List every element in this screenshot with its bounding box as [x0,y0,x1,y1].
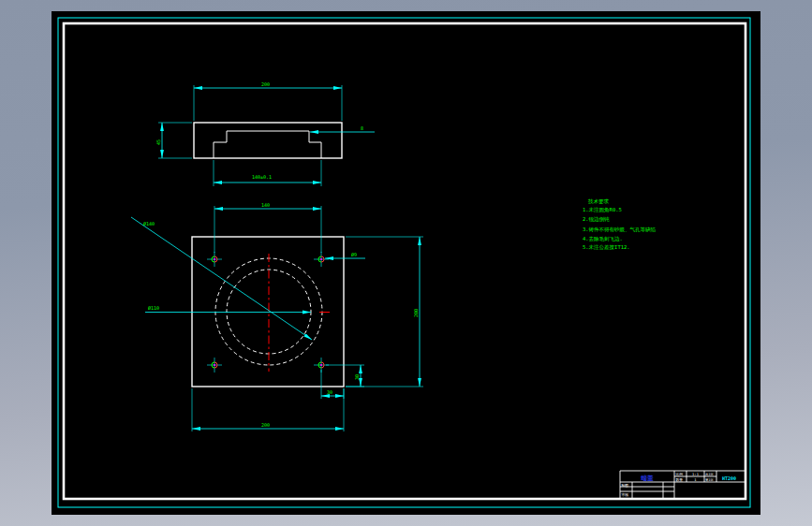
material-value: HT200 [722,475,736,481]
dim-label-inner-dia: Ø110 [148,305,159,311]
dim-label-section-step: 8 [361,125,363,131]
title-block: 端盖 比例 数量 1:1 1 共1张 第1张 HT200 制图 审核 [620,471,746,499]
bolt-hole-bottom-left [207,358,222,373]
drawing-sheet: 200 45 140±0.1 8 [52,11,760,515]
cad-canvas[interactable]: 200 45 140±0.1 8 [52,11,760,515]
section-outline [194,123,342,158]
qty-label: 数量 [676,477,684,482]
part-name: 端盖 [641,475,655,482]
desktop-background: { "colors": { "canvas": "#000000", "fram… [0,0,812,526]
dim-label-hole-spacing: 140 [261,202,270,208]
notes-title: 技术要求 [588,198,610,205]
note-line-5: 5.未注公差按IT12. [583,244,630,250]
qty-value: 1 [694,477,697,482]
leader-plan-bolt-circle: Ø140 [131,217,312,340]
note-line-1: 1.未注圆角R0.5 [583,207,622,213]
scale-value: 1:1 [692,472,700,476]
dim-label-section-left: 45 [155,139,161,145]
dimension-plan-right-height: 200 [346,237,423,387]
bolt-hole-top-left [207,252,222,267]
leader-plan-inner-diameter: Ø110 [145,305,311,313]
dim-label-bolt-circle: Ø140 [143,221,155,226]
drawn-by-label: 制图 [622,483,629,488]
sheet-number: 第1张 [705,478,714,482]
sheets-total: 共1张 [705,473,714,476]
sheet-accent-frame [58,18,750,507]
plan-view: Ø110 Ø140 [131,202,423,431]
leader-plan-hole-diameter: Ø9 [325,252,365,258]
bolt-hole-top-right [314,252,329,267]
sheet-border-frame [64,23,746,499]
note-line-2: 2.锐边倒钝 [583,216,610,223]
scale-label: 比例 [676,472,684,476]
dimension-plan-offset-vertical: 30 [326,365,364,387]
dim-label-right-height: 200 [413,309,419,317]
technical-notes: 技术要求 1.未注圆角R0.5 2.锐边倒钝 3.铸件不得有砂眼、气孔等缺陷 4… [583,198,656,250]
dimension-section-top-width: 200 [194,81,342,121]
note-line-3: 3.铸件不得有砂眼、气孔等缺陷 [583,226,656,233]
dim-label-offset-vertical: 30 [354,374,360,380]
checked-by-label: 审核 [622,492,629,497]
note-line-4: 4.去除毛刺飞边. [583,236,623,242]
dim-label-section-top: 200 [261,81,270,87]
dim-label-hole-dia: Ø9 [351,252,357,257]
dim-label-offset-horizontal: 30 [327,389,332,395]
dimension-plan-hole-spacing: 140 [214,202,321,253]
dimension-section-bottom-width: 140±0.1 [214,160,321,186]
dim-label-section-bottom: 140±0.1 [252,174,272,180]
section-view: 200 45 140±0.1 8 [155,81,375,186]
dimension-plan-offset-horizontal: 30 [321,370,344,399]
dim-label-bottom-width: 200 [261,422,270,428]
section-cavity-profile [214,131,321,158]
dimension-section-left-height: 45 [155,123,192,158]
